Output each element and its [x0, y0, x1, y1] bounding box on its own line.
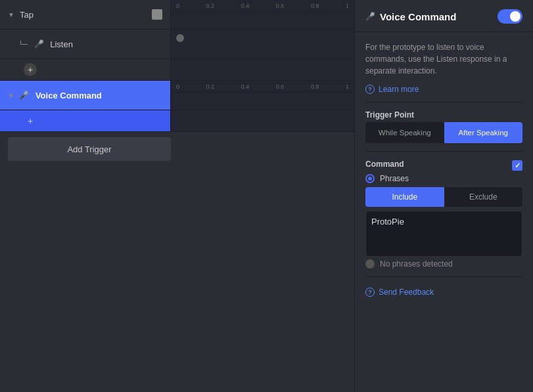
command-checkbox[interactable]: [512, 160, 522, 171]
listen-text: Listen: [50, 39, 73, 49]
divider-1: [365, 102, 522, 102]
vc-plus-track: [171, 110, 354, 131]
tap-label[interactable]: ▼ Tap: [0, 0, 171, 29]
send-feedback-link[interactable]: ? Send Feedback: [365, 288, 522, 297]
vc-content: [171, 93, 354, 110]
right-body: For the prototype to listen to voice com…: [355, 32, 533, 306]
left-panel: ▼ Tap 0 0.2 0.4 0.6 0.8 1 └─ 🎤 L: [0, 0, 355, 392]
vc-ruler-marks: 0 0.2 0.4 0.6 0.8 1: [171, 83, 354, 90]
trigger-point-section: Trigger Point While Speaking After Speak…: [365, 110, 522, 143]
tap-row: ▼ Tap 0 0.2 0.4 0.6 0.8 1: [0, 0, 354, 30]
no-phrases-text: No phrases detected: [380, 259, 453, 269]
phrases-label: Phrases: [380, 174, 409, 183]
vc-add-button[interactable]: +: [24, 114, 37, 127]
send-feedback-text: Send Feedback: [379, 288, 434, 297]
vc-mic-icon: 🎤: [20, 91, 29, 100]
send-feedback-icon: ?: [365, 288, 375, 297]
include-button[interactable]: Include: [365, 187, 444, 207]
divider-2: [365, 151, 522, 152]
tap-content: [171, 12, 354, 29]
add-trigger-row: Add Trigger: [0, 132, 354, 166]
phrases-radio[interactable]: [365, 174, 375, 183]
learn-more-link[interactable]: ? Learn more: [365, 85, 522, 94]
divider-3: [365, 276, 522, 277]
right-mic-icon: 🎤: [365, 12, 375, 21]
include-exclude-buttons: Include Exclude: [365, 187, 522, 207]
right-panel: 🎤 Voice Command For the prototype to lis…: [355, 0, 533, 392]
voice-command-row: ▼ 🎤 Voice Command 0 0.2 0.4 0.6 0.8 1: [0, 81, 354, 110]
listen-add-button[interactable]: +: [24, 63, 37, 76]
voice-command-text: Voice Command: [35, 91, 102, 100]
right-header: 🎤 Voice Command: [355, 0, 533, 32]
command-section: Command Phrases Include Exclude ProtoPie…: [365, 160, 522, 269]
voice-command-toggle[interactable]: [498, 9, 522, 24]
no-phrases-dot: [365, 259, 375, 269]
listen-row: └─ 🎤 Listen: [0, 30, 354, 59]
phrases-radio-row: Phrases: [365, 174, 522, 183]
description-text: For the prototype to listen to voice com…: [365, 41, 522, 77]
listen-content: [171, 30, 354, 47]
tap-ruler-marks: 0 0.2 0.4 0.6 0.8 1: [171, 3, 354, 9]
trigger-point-label: Trigger Point: [365, 110, 522, 120]
vc-track: 0 0.2 0.4 0.6 0.8 1: [171, 81, 354, 110]
listen-indent: └─: [18, 41, 28, 48]
tap-ruler: 0 0.2 0.4 0.6 0.8 1: [171, 0, 354, 12]
listen-track: [171, 30, 354, 58]
listen-mic-icon: 🎤: [34, 39, 43, 49]
right-title-text: Voice Command: [380, 11, 456, 22]
listen-dot: [176, 34, 184, 42]
vc-collapse-icon[interactable]: ▼: [8, 92, 14, 99]
vc-plus-row: +: [0, 110, 354, 132]
command-label: Command: [365, 160, 404, 169]
add-trigger-button[interactable]: Add Trigger: [8, 137, 171, 161]
vc-plus-label: +: [0, 110, 171, 131]
vc-ruler: 0 0.2 0.4 0.6 0.8 1: [171, 81, 354, 93]
no-phrases-row: No phrases detected: [365, 259, 522, 269]
while-speaking-button[interactable]: While Speaking: [365, 122, 444, 143]
listen-label[interactable]: └─ 🎤 Listen: [0, 30, 171, 58]
phrase-value: ProtoPie: [371, 217, 404, 227]
learn-more-text: Learn more: [379, 85, 419, 94]
listen-plus-track: [171, 59, 354, 80]
after-speaking-button[interactable]: After Speaking: [444, 122, 523, 143]
exclude-button[interactable]: Exclude: [444, 187, 523, 207]
collapse-icon[interactable]: ▼: [8, 11, 14, 18]
listen-plus-row: +: [0, 59, 354, 81]
tap-track: 0 0.2 0.4 0.6 0.8 1: [171, 0, 354, 29]
tap-text: Tap: [20, 10, 34, 20]
listen-plus-label: +: [0, 59, 171, 80]
trigger-buttons: While Speaking After Speaking: [365, 122, 522, 143]
right-title-container: 🎤 Voice Command: [365, 11, 456, 22]
voice-command-label[interactable]: ▼ 🎤 Voice Command: [0, 81, 171, 110]
command-header: Command: [365, 160, 522, 171]
phrase-input[interactable]: ProtoPie: [365, 211, 522, 257]
tap-icon: [152, 9, 162, 20]
help-icon: ?: [365, 85, 375, 94]
